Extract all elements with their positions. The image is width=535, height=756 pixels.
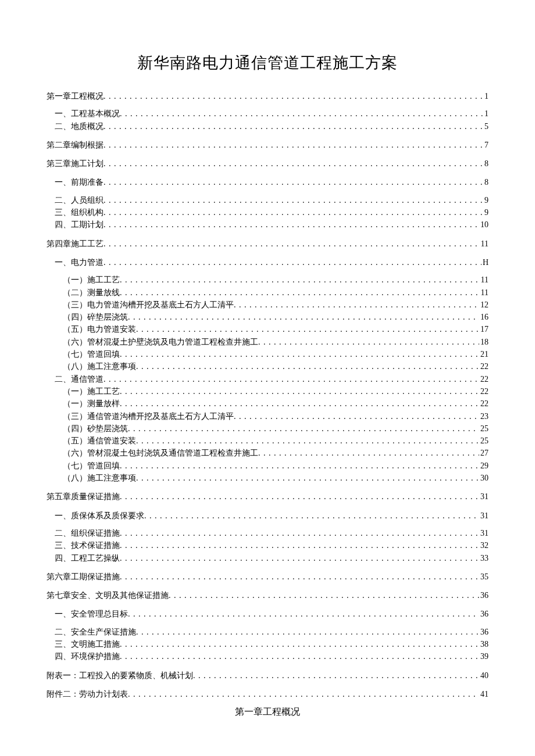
toc-label: 一、前期准备 bbox=[55, 177, 104, 188]
toc-page-number: 9 bbox=[483, 207, 488, 218]
toc-page-number: 12 bbox=[479, 299, 488, 311]
toc-entry: （六）管材混凝土包封浇筑及通信管道工程检查井施工27 bbox=[63, 447, 488, 459]
toc-label: 一、质保体系及质保要求 bbox=[55, 510, 144, 522]
toc-label: 第二章编制根据 bbox=[47, 139, 104, 151]
toc-page-number: 11 bbox=[480, 287, 488, 299]
toc-page-number: 31 bbox=[479, 491, 488, 503]
toc-entry: 第四章施工工艺11 bbox=[47, 238, 488, 250]
toc-leader bbox=[120, 287, 480, 299]
toc-leader bbox=[120, 651, 479, 662]
toc-page-number: 21 bbox=[479, 349, 488, 360]
toc-label: 四、工程工艺操纵 bbox=[55, 553, 120, 564]
toc-page-number: 1 bbox=[483, 108, 488, 120]
toc-label: 第五章质量保证措施 bbox=[47, 491, 120, 503]
toc-label: （三）电力管道沟槽开挖及基底土石方人工清平 bbox=[63, 299, 234, 311]
toc-page-number: 22 bbox=[479, 398, 488, 410]
toc-entry: （四）碎垫层浇筑16 bbox=[63, 311, 488, 323]
toc-leader bbox=[120, 274, 480, 286]
document-page: 新华南路电力通信管道工程施工方案 第一章工程概况1一、工程基本概况1二、地质概况… bbox=[0, 0, 535, 753]
toc-page-number: 36 bbox=[479, 608, 488, 620]
toc-entry: 一、安全管理总目标36 bbox=[55, 608, 488, 620]
toc-leader bbox=[144, 510, 479, 522]
toc-leader bbox=[136, 361, 479, 372]
toc-entry: 一、质保体系及质保要求31 bbox=[55, 510, 488, 522]
toc-page-number: 11 bbox=[480, 274, 488, 286]
toc-leader bbox=[120, 386, 479, 397]
toc-entry: 三、组织机构9 bbox=[55, 207, 488, 218]
toc-page-number: 36 bbox=[479, 590, 488, 601]
toc-entry: （五）电力管道安装17 bbox=[63, 324, 488, 335]
toc-label: （一）施工工艺 bbox=[63, 274, 120, 286]
toc-page-number: 22 bbox=[479, 361, 488, 372]
toc-leader bbox=[104, 238, 480, 250]
toc-entry: 二、人员组织9 bbox=[55, 195, 488, 206]
toc-page-number: 31 bbox=[479, 528, 488, 539]
toc-page-number: 29 bbox=[479, 460, 488, 472]
toc-label: （六）管材混凝土包封浇筑及通信管道工程检查井施工 bbox=[63, 447, 258, 459]
toc-page-number: 33 bbox=[479, 553, 488, 564]
toc-leader bbox=[128, 689, 479, 700]
toc-entry: （二）测量放线11 bbox=[63, 287, 488, 299]
toc-label: 第一章工程概况 bbox=[47, 91, 104, 102]
toc-entry: 三、技术保证措施32 bbox=[55, 540, 488, 551]
toc-page-number: 8 bbox=[483, 177, 488, 188]
toc-label: （七）管道回填 bbox=[63, 349, 120, 360]
toc-leader bbox=[128, 423, 479, 435]
toc-entry: 四、环境保护措施39 bbox=[55, 651, 488, 662]
toc-page-number: 17 bbox=[479, 324, 488, 335]
toc-page-number: 23 bbox=[479, 411, 488, 422]
toc-label: 四、环境保护措施 bbox=[55, 651, 120, 662]
toc-entry: （七）管道回填21 bbox=[63, 349, 488, 360]
toc-page-number: 5 bbox=[483, 121, 488, 132]
toc-entry: 第六章工期保证措施35 bbox=[47, 571, 488, 583]
toc-leader bbox=[128, 311, 479, 323]
toc-leader bbox=[193, 670, 479, 682]
toc-leader bbox=[104, 121, 483, 132]
toc-page-number: 39 bbox=[479, 651, 488, 662]
toc-leader bbox=[136, 324, 479, 335]
toc-label: （五）电力管道安装 bbox=[63, 324, 136, 335]
toc-page-number: 27 bbox=[479, 447, 488, 459]
toc-label: （八）施工注意事项 bbox=[63, 472, 136, 484]
toc-label: 第六章工期保证措施 bbox=[47, 571, 120, 583]
toc-page-number: 36 bbox=[479, 626, 488, 638]
toc-entry: 二、安全生产保证措施36 bbox=[55, 626, 488, 638]
toc-leader bbox=[169, 590, 479, 601]
toc-label: 第三章施工计划 bbox=[47, 158, 104, 170]
toc-page-number: 16 bbox=[479, 311, 488, 323]
table-of-contents: 第一章工程概况1一、工程基本概况1二、地质概况5第二章编制根据7第三章施工计划8… bbox=[47, 91, 488, 700]
toc-leader bbox=[104, 207, 483, 218]
toc-leader bbox=[128, 608, 479, 620]
toc-entry: （三）电力管道沟槽开挖及基底土石方人工清平12 bbox=[63, 299, 488, 311]
toc-label: 一、安全管理总目标 bbox=[55, 608, 128, 620]
toc-label: （四）碎垫层浇筑 bbox=[63, 311, 128, 323]
toc-entry: （三）通信管道沟槽开挖及基底土石方人工清平23 bbox=[63, 411, 488, 422]
toc-label: 二、人员组织 bbox=[55, 195, 104, 206]
toc-leader bbox=[234, 411, 479, 422]
toc-entry: （八）施工注意事项30 bbox=[63, 472, 488, 484]
toc-entry: 二、通信管道22 bbox=[55, 374, 488, 385]
toc-entry: （四）砂垫层浇筑25 bbox=[63, 423, 488, 435]
toc-label: 附表一：工程投入的要紧物质、机械计划 bbox=[47, 670, 193, 682]
toc-entry: 第五章质量保证措施31 bbox=[47, 491, 488, 503]
toc-leader bbox=[104, 195, 483, 206]
toc-entry: （八）施工注意事项22 bbox=[63, 361, 488, 372]
toc-leader bbox=[104, 91, 483, 102]
toc-leader bbox=[104, 219, 479, 231]
toc-leader bbox=[104, 139, 483, 151]
toc-page-number: 1 bbox=[483, 91, 488, 102]
toc-label: 第七章安全、文明及其他保证措施 bbox=[47, 590, 169, 601]
toc-entry: 一、工程基本概况1 bbox=[55, 108, 488, 120]
toc-entry: 附件二：劳动力计划表41 bbox=[47, 689, 488, 700]
toc-page-number: 18 bbox=[479, 336, 488, 348]
toc-label: （一）施工工艺 bbox=[63, 386, 120, 397]
toc-page-number: 9 bbox=[483, 195, 488, 206]
toc-leader bbox=[258, 336, 479, 348]
toc-entry: 三、文明施工措施38 bbox=[55, 639, 488, 650]
toc-label: 三、文明施工措施 bbox=[55, 639, 120, 650]
toc-label: 四、工期计划 bbox=[55, 219, 104, 231]
toc-page-number: 25 bbox=[479, 435, 488, 447]
toc-entry: 四、工期计划10 bbox=[55, 219, 488, 231]
toc-label: （一）测量放样 bbox=[63, 398, 120, 410]
toc-label: 一、电力管道 bbox=[55, 257, 104, 268]
